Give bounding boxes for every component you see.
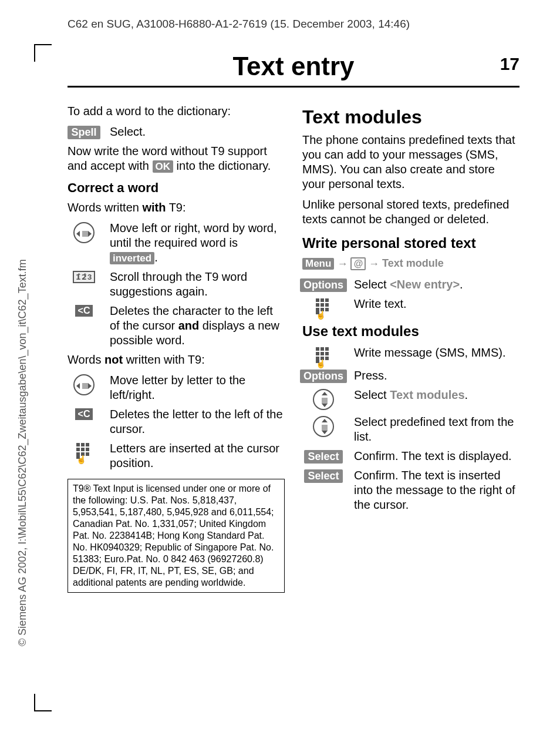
move-letter-row: Move letter by letter to the left/right.	[68, 373, 285, 402]
at-icon: @	[350, 257, 366, 270]
confirm-disp-text: Confirm. The text is displayed.	[354, 449, 519, 464]
select-predef-row: Select predefined text from the list.	[302, 415, 519, 444]
delchar-bold: and	[178, 319, 200, 332]
selnew-2: .	[460, 278, 463, 291]
page-number: 17	[500, 54, 519, 74]
delete-letter-text: Deletes the letter to the left of the cu…	[110, 407, 285, 436]
confirm-insert-text: Confirm. The text is inserted into the m…	[354, 468, 519, 512]
select-predef-text: Select predefined text from the list.	[354, 415, 519, 444]
confirm-insert-row: Select Confirm. The text is inserted int…	[302, 468, 519, 512]
navmove-2: .	[154, 251, 158, 264]
title-underline	[68, 86, 519, 88]
title-row: Text entry 17	[68, 52, 519, 81]
select-softkey-1: Select	[304, 450, 342, 464]
confirm-disp-row: Select Confirm. The text is displayed.	[302, 449, 519, 464]
scroll-text: Scroll through the T9 word suggestions a…	[110, 270, 285, 299]
text-modules-heading: Text modules	[302, 106, 519, 128]
nav-move-text: Move left or right, word by word, until …	[110, 221, 285, 265]
select-tm-row: Select Text modules.	[302, 388, 519, 410]
options-press-row: Options Press.	[302, 368, 519, 383]
press-text: Press.	[354, 368, 519, 383]
key-123-icon: 1̂2̂3	[73, 271, 95, 283]
copyright-sideways: © Siemens AG 2002, I:\Mobil\L55\C62\C62_…	[16, 259, 29, 646]
ok-softkey: OK	[153, 160, 174, 173]
arrow-2: →	[369, 258, 379, 270]
nott9-c: written with T9:	[123, 353, 205, 366]
options-softkey-1: Options	[300, 278, 347, 292]
text-modules-gray: Text modules	[390, 388, 464, 401]
write-msg-row: ☝ Write message (SMS, MMS).	[302, 345, 519, 364]
text-module-gray: Text module	[382, 257, 444, 269]
write-personal-heading: Write personal stored text	[302, 235, 519, 251]
keypad-icon: ☝	[76, 442, 92, 459]
select-new-text: Select <New entry>.	[354, 277, 519, 292]
nav-horizontal-icon-2	[73, 374, 95, 395]
new-entry-gray: <New entry>	[390, 278, 460, 291]
seltm-1: Select	[354, 388, 390, 401]
selnew-1: Select	[354, 278, 390, 291]
spell-softkey: Spell	[68, 126, 100, 139]
options-new-row: Options Select <New entry>.	[302, 277, 519, 292]
menu-path: Menu → @ → Text module	[302, 257, 519, 270]
insert-letter-row: ☝ Letters are inserted at the cursor pos…	[68, 441, 285, 471]
delete-letter-row: <C Deletes the letter to the left of the…	[68, 407, 285, 436]
use-tm-heading: Use text modules	[302, 323, 519, 340]
intro-text: To add a word to the dictionary:	[68, 104, 285, 119]
left-column: To add a word to the dictionary: Spell S…	[68, 104, 285, 593]
write-text-text: Write text.	[354, 297, 519, 311]
crop-mark-tl	[34, 44, 52, 62]
with-t9-label: Words written with T9:	[68, 200, 285, 215]
nott9-b: not	[104, 353, 123, 366]
patent-box: T9® Text Input is licensed under one or …	[68, 479, 285, 593]
witht9-b: with	[142, 201, 166, 214]
write-text-row: ☝ Write text.	[302, 297, 519, 315]
arrow-1: →	[337, 258, 348, 270]
move-letter-text: Move letter by letter to the left/right.	[110, 373, 285, 402]
page-title: Text entry	[232, 52, 354, 81]
insert-letter-text: Letters are inserted at the cursor posit…	[110, 441, 285, 471]
select-tm-text: Select Text modules.	[354, 388, 519, 402]
navmove-1: Move left or right, word by word, until …	[110, 221, 277, 249]
nav-vertical-icon-2	[313, 416, 334, 437]
write-2: into the dictionary.	[173, 159, 271, 172]
nav-move-row: Move left or right, word by word, until …	[68, 221, 285, 265]
spell-row: Spell Select.	[68, 125, 285, 139]
columns: To add a word to the dictionary: Spell S…	[68, 104, 519, 593]
spell-action: Select.	[110, 125, 285, 139]
tm-para-1: The phone contains predefined texts that…	[302, 133, 519, 192]
correct-heading: Correct a word	[68, 180, 285, 196]
crop-mark-bl	[34, 694, 52, 711]
delete-char-row: <C Deletes the character to the left of …	[68, 304, 285, 348]
menu-softkey: Menu	[302, 258, 334, 270]
seltm-2: .	[465, 388, 468, 401]
not-t9-label: Words not written with T9:	[68, 352, 285, 367]
scroll-row: 1̂2̂3 Scroll through the T9 word suggest…	[68, 270, 285, 299]
keypad-icon-2: ☝	[315, 298, 332, 315]
tm-para-2: Unlike personal stored texts, predefined…	[302, 197, 519, 227]
clear-key-icon-2: <C	[75, 408, 93, 420]
nott9-a: Words	[68, 353, 104, 366]
page-content: C62 en SUG, A31008-H6880-A1-2-7619 (15. …	[68, 18, 519, 593]
witht9-a: Words written	[68, 201, 142, 214]
header-path: C62 en SUG, A31008-H6880-A1-2-7619 (15. …	[68, 18, 519, 31]
select-softkey-2: Select	[304, 469, 342, 483]
write-word-para: Now write the word without T9 support an…	[68, 144, 285, 173]
options-softkey-2: Options	[300, 370, 347, 383]
delete-char-text: Deletes the character to the left of the…	[110, 304, 285, 348]
clear-key-icon: <C	[75, 305, 93, 317]
witht9-c: T9:	[166, 201, 185, 214]
nav-vertical-icon-1	[313, 389, 334, 410]
nav-horizontal-icon	[73, 222, 95, 243]
keypad-icon-3: ☝	[315, 347, 332, 364]
inverted-softkey: inverted	[110, 252, 154, 264]
right-column: Text modules The phone contains predefin…	[302, 104, 519, 593]
write-msg-text: Write message (SMS, MMS).	[354, 345, 519, 360]
